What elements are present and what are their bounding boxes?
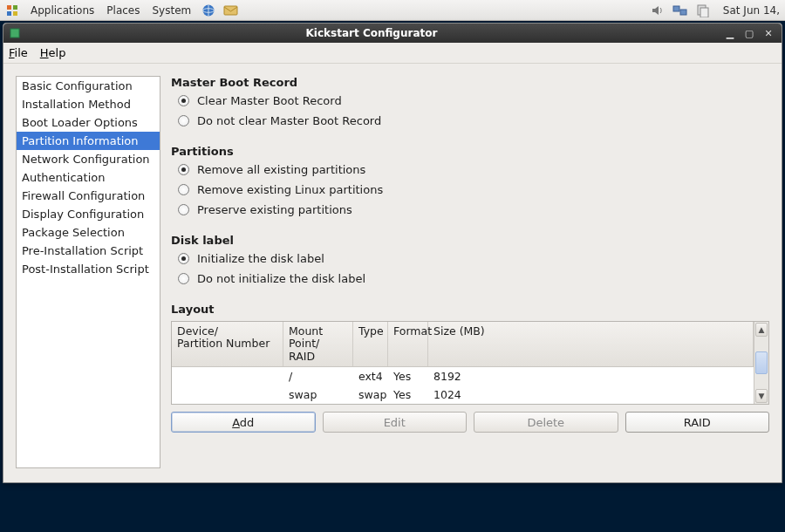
partitions-option-1[interactable]: Remove existing Linux partitions bbox=[178, 183, 769, 196]
raid-button[interactable]: RAID bbox=[625, 412, 770, 433]
scroll-up-icon[interactable]: ▲ bbox=[755, 323, 768, 337]
section-layout-title: Layout bbox=[171, 303, 769, 316]
layout-header-row: Device/ Partition Number Mount Point/ RA… bbox=[172, 322, 754, 367]
disklabel-option-1[interactable]: Do not initialize the disk label bbox=[178, 272, 769, 285]
sidebar: Basic ConfigurationInstallation MethodBo… bbox=[16, 76, 160, 468]
cell-type: ext4 bbox=[353, 367, 388, 385]
section-mbr-title: Master Boot Record bbox=[171, 76, 769, 89]
svg-rect-3 bbox=[13, 11, 17, 16]
disklabel-option-0[interactable]: Initialize the disk label bbox=[178, 252, 769, 265]
layout-table: Device/ Partition Number Mount Point/ RA… bbox=[171, 321, 769, 405]
cell-type: swap bbox=[353, 385, 388, 404]
mbr-option-0[interactable]: Clear Master Boot Record bbox=[178, 94, 769, 107]
svg-rect-7 bbox=[673, 6, 679, 11]
sidebar-item-installation-method[interactable]: Installation Method bbox=[17, 95, 160, 113]
svg-rect-6 bbox=[224, 6, 237, 15]
panel-menu-system[interactable]: System bbox=[146, 4, 197, 17]
sidebar-item-display-configuration[interactable]: Display Configuration bbox=[17, 205, 160, 223]
app-window: Kickstart Configurator ▁ ▢ ✕ File Help B… bbox=[3, 23, 782, 483]
mbr-label-0: Clear Master Boot Record bbox=[197, 94, 342, 107]
partitions-option-0[interactable]: Remove all existing partitions bbox=[178, 163, 769, 176]
disklabel-label-1: Do not initialize the disk label bbox=[197, 272, 365, 285]
menu-file[interactable]: File bbox=[9, 46, 28, 59]
radio-icon bbox=[178, 184, 189, 195]
network-icon[interactable] bbox=[671, 3, 690, 18]
table-row[interactable]: /ext4Yes8192 bbox=[172, 367, 754, 385]
layout-buttons: Add Edit Delete RAID bbox=[171, 412, 769, 433]
svg-rect-2 bbox=[7, 11, 11, 16]
header-type[interactable]: Type bbox=[353, 322, 388, 366]
cell-format: Yes bbox=[388, 385, 428, 404]
app-icon bbox=[7, 27, 23, 39]
svg-rect-0 bbox=[7, 5, 11, 10]
sidebar-item-boot-loader-options[interactable]: Boot Loader Options bbox=[17, 113, 160, 132]
radio-icon bbox=[178, 204, 189, 215]
scroll-thumb[interactable] bbox=[755, 351, 768, 374]
sidebar-item-pre-installation-script[interactable]: Pre-Installation Script bbox=[17, 242, 160, 260]
sidebar-item-network-configuration[interactable]: Network Configuration bbox=[17, 150, 160, 168]
disklabel-label-0: Initialize the disk label bbox=[197, 252, 324, 265]
cell-mount: swap bbox=[283, 385, 353, 404]
cell-device bbox=[172, 385, 283, 404]
cell-format: Yes bbox=[388, 367, 428, 385]
mbr-option-1[interactable]: Do not clear Master Boot Record bbox=[178, 114, 769, 127]
header-device[interactable]: Device/ Partition Number bbox=[172, 322, 283, 366]
menu-help[interactable]: Help bbox=[40, 46, 66, 59]
panel-menu-applications[interactable]: Applications bbox=[24, 4, 100, 17]
clipboard-icon[interactable] bbox=[693, 3, 713, 18]
mbr-label-1: Do not clear Master Boot Record bbox=[197, 114, 381, 127]
edit-button: Edit bbox=[323, 412, 468, 433]
browser-launcher-icon[interactable] bbox=[199, 3, 218, 18]
panel-menu-places[interactable]: Places bbox=[100, 4, 146, 17]
scroll-down-icon[interactable]: ▼ bbox=[755, 389, 768, 403]
radio-icon bbox=[178, 95, 189, 106]
sidebar-item-firewall-configuration[interactable]: Firewall Configuration bbox=[17, 187, 160, 205]
radio-icon bbox=[178, 164, 189, 175]
delete-button: Delete bbox=[474, 412, 618, 433]
layout-scrollbar[interactable]: ▲ ▼ bbox=[754, 322, 768, 404]
radio-icon bbox=[178, 253, 189, 264]
sidebar-item-package-selection[interactable]: Package Selection bbox=[17, 223, 160, 242]
radio-icon bbox=[178, 273, 189, 284]
svg-rect-11 bbox=[10, 29, 19, 38]
svg-rect-8 bbox=[680, 10, 686, 15]
cell-size: 8192 bbox=[428, 367, 754, 385]
svg-rect-1 bbox=[13, 5, 17, 10]
foot-launcher-icon[interactable] bbox=[4, 3, 22, 17]
table-row[interactable]: swapswapYes1024 bbox=[172, 385, 754, 404]
main-pane: Master Boot Record Clear Master Boot Rec… bbox=[171, 76, 769, 468]
section-disklabel-title: Disk label bbox=[171, 234, 769, 247]
cell-size: 1024 bbox=[428, 385, 754, 404]
panel-clock[interactable]: Sat Jun 14, bbox=[714, 4, 785, 17]
partitions-option-2[interactable]: Preserve existing partitions bbox=[178, 203, 769, 216]
header-size[interactable]: Size (MB) bbox=[428, 322, 754, 366]
section-partitions-title: Partitions bbox=[171, 145, 769, 158]
close-button[interactable]: ✕ bbox=[761, 27, 776, 39]
minimize-button[interactable]: ▁ bbox=[722, 27, 738, 39]
volume-icon[interactable] bbox=[648, 3, 667, 18]
sidebar-item-authentication[interactable]: Authentication bbox=[17, 168, 160, 187]
menubar: File Help bbox=[3, 43, 782, 64]
top-panel: Applications Places System Sat Jun 14, bbox=[0, 0, 785, 21]
partitions-label-1: Remove existing Linux partitions bbox=[197, 183, 383, 196]
sidebar-item-partition-information[interactable]: Partition Information bbox=[17, 132, 160, 150]
mail-launcher-icon[interactable] bbox=[222, 3, 241, 18]
add-button[interactable]: Add bbox=[171, 412, 316, 433]
header-mount[interactable]: Mount Point/ RAID bbox=[283, 322, 353, 366]
cell-device bbox=[172, 367, 283, 385]
header-format[interactable]: Format bbox=[388, 322, 428, 366]
titlebar[interactable]: Kickstart Configurator ▁ ▢ ✕ bbox=[3, 24, 782, 43]
cell-mount: / bbox=[283, 367, 353, 385]
sidebar-item-post-installation-script[interactable]: Post-Installation Script bbox=[17, 260, 160, 278]
radio-icon bbox=[178, 115, 189, 126]
svg-rect-10 bbox=[700, 8, 708, 17]
maximize-button[interactable]: ▢ bbox=[741, 27, 757, 39]
sidebar-item-basic-configuration[interactable]: Basic Configuration bbox=[17, 77, 160, 95]
partitions-label-0: Remove all existing partitions bbox=[197, 163, 365, 176]
partitions-label-2: Preserve existing partitions bbox=[197, 203, 352, 216]
window-title: Kickstart Configurator bbox=[23, 27, 720, 39]
